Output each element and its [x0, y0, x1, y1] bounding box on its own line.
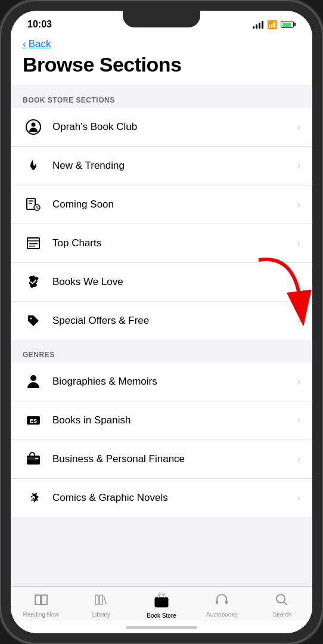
status-time: 10:03	[27, 19, 52, 30]
genres-list: Biographies & Memoirs › ES Books in Span…	[11, 363, 312, 517]
tab-book-store-label: Book Store	[147, 612, 176, 619]
headphones-icon	[215, 593, 229, 609]
chevron-icon: ›	[297, 315, 300, 326]
list-item-top-charts[interactable]: Top Charts ›	[11, 224, 312, 263]
list-item-special-offers[interactable]: Special Offers & Free ›	[11, 302, 312, 340]
bag-icon	[153, 592, 170, 611]
main-content: ‹ Back Browse Sections BOOK STORE SECTIO…	[11, 33, 312, 586]
chevron-icon: ›	[297, 277, 300, 287]
list-item-oprah[interactable]: Oprah's Book Club ›	[11, 108, 312, 147]
svg-point-7	[30, 318, 32, 320]
books-icon	[94, 593, 108, 609]
special-offers-label: Special Offers & Free	[52, 315, 297, 327]
phone-screen: 10:03 📶	[11, 11, 312, 633]
page-title: Browse Sections	[23, 54, 300, 76]
list-item-spanish[interactable]: ES Books in Spanish ›	[11, 401, 312, 440]
chevron-icon: ›	[297, 199, 300, 210]
phone-frame: 10:03 📶	[0, 0, 323, 644]
tab-search-label: Search	[273, 611, 292, 618]
chevron-icon: ›	[297, 454, 300, 465]
svg-rect-5	[29, 243, 38, 244]
svg-rect-6	[29, 246, 35, 247]
chevron-icon: ›	[297, 160, 300, 171]
back-chevron-icon: ‹	[23, 38, 26, 50]
notch	[123, 11, 200, 27]
magnify-icon	[275, 593, 289, 609]
back-button[interactable]: ‹ Back	[23, 38, 300, 50]
oprah-label: Oprah's Book Club	[52, 121, 297, 133]
book-open-icon	[34, 593, 48, 609]
book-clock-icon	[23, 194, 44, 215]
tab-library[interactable]: Library	[71, 593, 131, 618]
svg-rect-17	[95, 595, 98, 605]
svg-rect-22	[225, 600, 228, 604]
svg-rect-12	[27, 456, 40, 465]
svg-rect-20	[155, 597, 168, 607]
home-indicator	[11, 621, 312, 633]
badge-check-icon	[23, 271, 44, 293]
svg-rect-14	[35, 458, 38, 459]
chevron-icon: ›	[297, 493, 300, 503]
tab-library-label: Library	[92, 611, 111, 618]
svg-point-0	[26, 120, 41, 134]
books-love-label: Books We Love	[52, 276, 297, 288]
tab-book-store[interactable]: Book Store	[131, 592, 191, 619]
section-header-bookstore: BOOK STORE SECTIONS	[11, 85, 312, 108]
chevron-icon: ›	[297, 415, 300, 426]
home-bar	[126, 626, 197, 629]
svg-text:ES: ES	[30, 418, 37, 424]
trending-label: New & Trending	[52, 160, 297, 172]
comics-label: Comics & Graphic Novels	[52, 492, 297, 504]
list-item-comics[interactable]: ★ Comics & Graphic Novels ›	[11, 479, 312, 517]
tab-reading-now-label: Reading Now	[23, 611, 59, 618]
spanish-label: Books in Spanish	[52, 414, 297, 426]
section-header-genres: GENRES	[11, 340, 312, 363]
tag-icon	[23, 310, 44, 332]
wallet-icon	[23, 448, 44, 470]
business-label: Business & Personal Finance	[52, 453, 297, 465]
biographies-label: Biographies & Memoirs	[52, 376, 297, 388]
status-icons: 📶	[253, 20, 296, 29]
tab-audiobooks-label: Audiobooks	[206, 611, 237, 618]
wifi-icon: 📶	[267, 20, 277, 29]
bookstore-list: Oprah's Book Club › New & Trending ›	[11, 108, 312, 340]
svg-rect-18	[100, 595, 103, 605]
svg-point-9	[30, 375, 36, 381]
flame-icon	[23, 155, 44, 177]
tab-search[interactable]: Search	[252, 593, 312, 618]
silhouette-icon	[23, 371, 44, 392]
tab-audiobooks[interactable]: Audiobooks	[192, 593, 252, 618]
list-item-coming-soon[interactable]: Coming Soon ›	[11, 185, 312, 224]
header-section: ‹ Back Browse Sections	[11, 33, 312, 85]
svg-point-1	[32, 123, 36, 127]
tab-reading-now[interactable]: Reading Now	[11, 593, 71, 618]
back-label: Back	[29, 38, 51, 50]
list-item-trending[interactable]: New & Trending ›	[11, 147, 312, 185]
battery-icon	[281, 21, 296, 28]
chevron-icon: ›	[297, 376, 300, 387]
chevron-icon: ›	[297, 122, 300, 132]
star-burst-icon: ★	[23, 487, 44, 509]
chevron-icon: ›	[297, 238, 300, 249]
coming-soon-label: Coming Soon	[52, 199, 297, 210]
signal-bars-icon	[253, 21, 263, 29]
tab-bar: Reading Now Library	[11, 586, 312, 621]
list-item-biographies[interactable]: Biographies & Memoirs ›	[11, 363, 312, 401]
svg-rect-21	[216, 600, 218, 604]
list-item-books-love[interactable]: Books We Love ›	[11, 263, 312, 302]
es-badge-icon: ES	[23, 410, 44, 431]
list-item-business[interactable]: Business & Personal Finance ›	[11, 440, 312, 479]
top-charts-label: Top Charts	[52, 237, 297, 249]
bars-icon	[23, 233, 44, 254]
oprah-icon	[23, 116, 44, 138]
